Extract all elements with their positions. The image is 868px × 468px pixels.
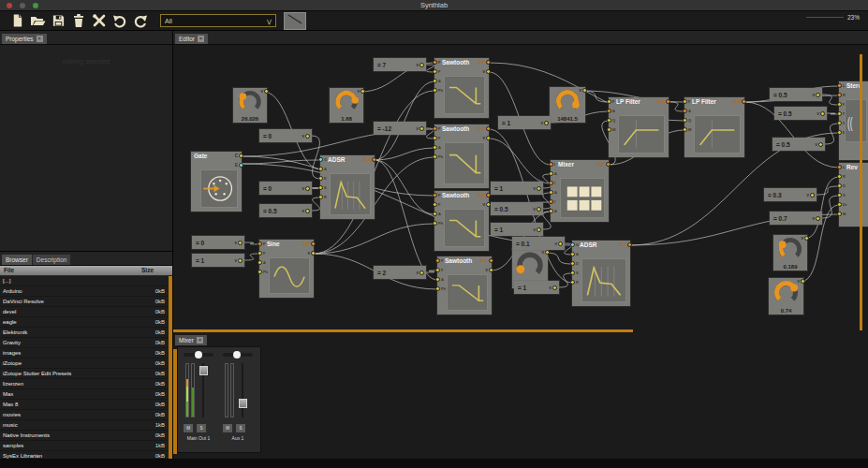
port[interactable] <box>238 258 243 263</box>
tab-description[interactable]: Description <box>33 255 71 265</box>
port[interactable] <box>837 193 842 197</box>
input-port-row[interactable]: A <box>433 145 441 150</box>
input-port-row[interactable]: A <box>549 209 557 213</box>
port[interactable] <box>607 127 611 132</box>
knob-node[interactable]: v0.189 <box>773 235 807 271</box>
port[interactable] <box>820 111 825 116</box>
input-port-row[interactable]: A <box>433 79 441 83</box>
save-file-button[interactable] <box>48 13 68 29</box>
constant-node[interactable]: = 1v <box>491 182 543 195</box>
file-row[interactable]: [...] <box>0 276 172 286</box>
port[interactable] <box>486 126 491 131</box>
port[interactable] <box>311 251 316 256</box>
port[interactable] <box>435 277 440 282</box>
port[interactable] <box>549 171 553 176</box>
input-port-row[interactable]: R <box>837 174 846 179</box>
file-row[interactable]: images0kB <box>0 348 172 358</box>
port[interactable] <box>549 162 553 167</box>
input-port-row[interactable]: S <box>570 271 579 275</box>
input-port-row[interactable]: Q <box>607 118 615 123</box>
port[interactable] <box>816 216 820 221</box>
input-port-row[interactable]: I <box>549 162 555 167</box>
port[interactable] <box>305 134 310 139</box>
constant-node[interactable]: = 0v <box>259 129 312 142</box>
file-row[interactable]: iZotope0kB <box>0 358 172 369</box>
knob-node[interactable]: v1.68 <box>330 88 363 123</box>
output-port-row[interactable]: Out <box>597 162 611 167</box>
constant-node[interactable]: = 1v <box>192 254 244 267</box>
constant-node[interactable]: = 0.1v <box>512 237 565 250</box>
pan-slider[interactable] <box>184 351 213 358</box>
port[interactable] <box>570 280 575 285</box>
constant-node[interactable]: = 1v <box>498 116 551 129</box>
editor-vertical-scrollbar[interactable] <box>860 54 862 330</box>
input-port-row[interactable]: S <box>318 185 327 190</box>
output-port-row[interactable]: Out <box>478 126 491 131</box>
file-row[interactable]: music1kB <box>0 420 172 431</box>
open-file-button[interactable] <box>27 13 48 29</box>
node-gate[interactable]: GateCE <box>191 152 242 212</box>
file-list-scrollbar[interactable] <box>169 276 172 461</box>
input-port-row[interactable]: P <box>435 258 444 263</box>
port[interactable] <box>837 202 842 207</box>
output-port-row[interactable]: Out <box>480 258 493 263</box>
port[interactable] <box>257 260 262 265</box>
port[interactable] <box>435 258 440 263</box>
port[interactable] <box>837 111 842 116</box>
input-port-row[interactable]: Ph <box>435 286 446 291</box>
port[interactable] <box>257 241 262 246</box>
port[interactable] <box>433 126 437 131</box>
constant-node[interactable]: = 0.5v <box>774 107 827 120</box>
port[interactable] <box>837 121 842 125</box>
port[interactable] <box>372 157 376 162</box>
input-port-row[interactable]: A <box>433 212 441 216</box>
port[interactable] <box>607 118 611 123</box>
port[interactable] <box>433 145 437 150</box>
input-port-row[interactable]: A <box>257 260 266 265</box>
port[interactable] <box>570 252 575 256</box>
close-icon[interactable]: × <box>198 36 204 42</box>
port[interactable] <box>486 69 491 74</box>
redo-button[interactable] <box>130 13 151 29</box>
port[interactable] <box>419 271 424 275</box>
patch-wire[interactable] <box>312 197 320 211</box>
port[interactable] <box>804 236 809 241</box>
port[interactable] <box>570 261 575 266</box>
port[interactable] <box>311 241 316 246</box>
output-port-row[interactable]: v <box>485 268 493 272</box>
undo-button[interactable] <box>110 13 130 29</box>
port[interactable] <box>433 136 437 140</box>
port[interactable] <box>433 88 437 93</box>
port[interactable] <box>305 186 310 191</box>
input-port-row[interactable]: A <box>683 109 691 113</box>
constant-node[interactable]: = 0.5v <box>259 204 312 217</box>
file-row[interactable]: devel0kB <box>0 307 172 317</box>
mute-button[interactable]: M <box>184 424 193 432</box>
tab-editor[interactable]: Editor × <box>175 34 208 44</box>
input-port-row[interactable]: R <box>318 195 327 199</box>
input-port-row[interactable]: L <box>837 165 845 169</box>
constant-node[interactable]: = -12v <box>374 122 426 135</box>
input-port-row[interactable]: D <box>837 183 846 188</box>
input-port-row[interactable]: S <box>837 193 846 197</box>
port[interactable] <box>606 162 611 167</box>
input-port-row[interactable]: R <box>570 280 579 285</box>
port[interactable] <box>683 127 687 132</box>
port[interactable] <box>433 193 437 197</box>
port[interactable] <box>239 163 243 168</box>
node-sawtooth[interactable]: SawtoothPFAPhOutv <box>434 124 489 188</box>
port[interactable] <box>570 271 575 275</box>
port[interactable] <box>318 167 323 171</box>
port[interactable] <box>433 60 437 65</box>
node-sine[interactable]: SinePFAPhOutv <box>259 240 314 298</box>
patch-wire[interactable] <box>817 186 839 195</box>
output-port-row[interactable]: Out <box>478 60 491 65</box>
port[interactable] <box>545 250 550 255</box>
solo-button[interactable]: S <box>197 424 206 432</box>
port[interactable] <box>318 176 323 181</box>
close-icon[interactable]: × <box>197 337 203 344</box>
port[interactable] <box>238 241 243 245</box>
port[interactable] <box>433 79 437 83</box>
node-sawtooth[interactable]: SawtoothPFAPhOutv <box>437 256 492 314</box>
patch-wire[interactable] <box>375 160 437 280</box>
